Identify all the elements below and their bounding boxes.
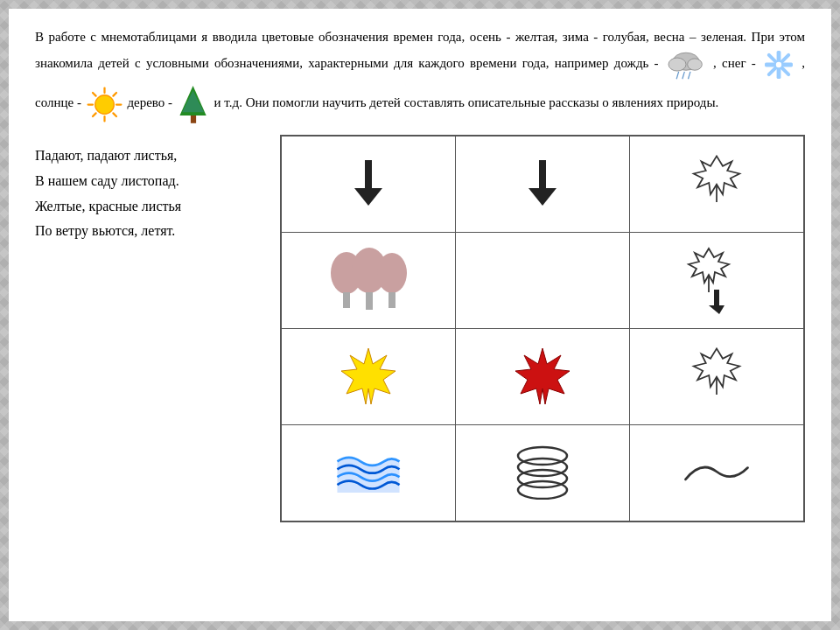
svg-rect-29	[343, 292, 350, 308]
svg-point-32	[377, 253, 407, 293]
poem-section: Падают, падают листья, В нашем саду лист…	[35, 135, 262, 244]
svg-point-2	[687, 59, 702, 70]
svg-rect-25	[539, 160, 546, 188]
trees-svg	[327, 240, 410, 318]
svg-rect-35	[714, 290, 719, 305]
svg-line-17	[113, 113, 116, 116]
svg-point-43	[518, 481, 567, 499]
cell-4-1	[282, 425, 456, 522]
svg-marker-22	[182, 90, 204, 112]
rain-icon-inline	[664, 47, 708, 82]
sun-icon-inline	[85, 85, 124, 124]
svg-line-18	[113, 93, 116, 96]
spiral	[512, 443, 573, 500]
svg-marker-24	[354, 188, 382, 206]
svg-line-19	[93, 113, 96, 116]
cell-1-3	[630, 136, 804, 233]
arrow-down-2	[525, 157, 560, 209]
poem-text: Падают, падают листья, В нашем саду лист…	[35, 144, 262, 244]
leaf-2	[686, 345, 747, 406]
cell-1-2	[456, 136, 630, 233]
cell-3-2	[456, 329, 630, 425]
svg-line-16	[93, 93, 96, 96]
poem-line-1: Падают, падают листья,	[35, 144, 262, 169]
svg-point-10	[776, 62, 781, 67]
tree-icon-inline	[176, 82, 211, 126]
svg-rect-31	[366, 292, 373, 310]
table-row-4	[282, 425, 804, 522]
mnemotable-grid	[280, 135, 805, 522]
table-row-2	[282, 233, 804, 329]
water-waves	[333, 447, 403, 495]
grid-table	[281, 136, 804, 522]
poem-line-2: В нашем саду листопад.	[35, 169, 262, 194]
arrow-down-1	[351, 157, 386, 209]
wave-line	[682, 454, 752, 489]
cell-1-1	[282, 136, 456, 233]
cell-2-1	[282, 233, 456, 329]
svg-point-1	[668, 58, 686, 71]
cell-4-2	[456, 425, 630, 522]
svg-marker-37	[341, 348, 396, 404]
top-paragraph: В работе с мнемотаблицами я вводила цвет…	[35, 26, 805, 126]
cell-2-2	[456, 233, 630, 329]
leaf-1	[686, 152, 747, 214]
svg-marker-38	[515, 348, 570, 404]
table-row-3	[282, 329, 804, 425]
svg-line-5	[688, 72, 690, 79]
cell-3-3	[630, 329, 804, 425]
star-red	[512, 345, 573, 406]
svg-rect-23	[365, 160, 372, 188]
layout-row: Падают, падают листья, В нашем саду лист…	[35, 135, 805, 522]
snow-icon-inline	[761, 47, 796, 82]
leaf-arrow	[684, 244, 750, 314]
cell-2-3	[630, 233, 804, 329]
star-yellow	[338, 345, 399, 406]
svg-marker-36	[709, 305, 724, 314]
poem-line-4: По ветру вьются, летят.	[35, 219, 262, 244]
svg-rect-33	[388, 292, 396, 308]
svg-line-4	[682, 72, 685, 79]
poem-line-3: Желтые, красные листья	[35, 194, 262, 220]
cell-4-3	[630, 425, 804, 522]
table-row-1	[282, 136, 804, 233]
svg-marker-26	[528, 188, 556, 206]
svg-line-3	[676, 72, 679, 79]
svg-point-11	[94, 94, 114, 114]
cell-3-1	[282, 329, 456, 425]
main-content: В работе с мнемотаблицами я вводила цвет…	[9, 9, 831, 621]
